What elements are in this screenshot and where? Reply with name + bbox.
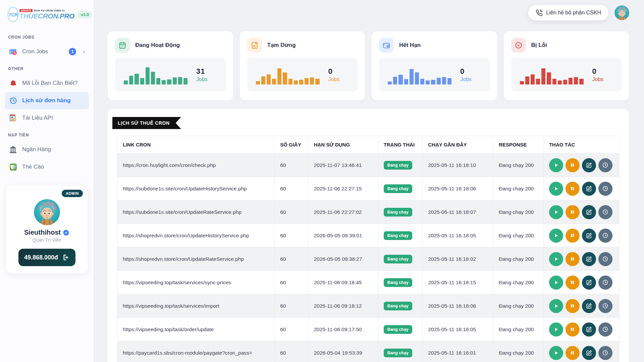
pause-icon: [570, 327, 575, 332]
stat-mini-bar-chart: [520, 65, 584, 84]
mini-bar: [420, 79, 424, 84]
nav-section-label: OTHER: [5, 60, 89, 74]
play-button[interactable]: [549, 276, 563, 290]
balance-amount: 49.868.000đ: [24, 254, 58, 261]
stat-unit-label: Jobs: [592, 76, 604, 82]
version-badge: v3.0: [77, 11, 92, 18]
clock-icon: [602, 303, 608, 309]
cell-actions: [543, 247, 619, 271]
row-actions: [549, 252, 614, 266]
edit-button[interactable]: [582, 182, 596, 196]
mini-bar: [574, 77, 578, 84]
brand-abbr: TCR: [7, 7, 19, 22]
stat-card: Bị Lỗi 0 Jobs: [503, 31, 630, 101]
app-root: TCR SERVICE DỊCH VỤ CRON-JOBS #1 THUECRO…: [0, 0, 644, 362]
sidebar-item-bank[interactable]: Ngân Hàng: [5, 141, 89, 158]
sidebar-item-scratch-card[interactable]: Thẻ Cào: [5, 158, 89, 176]
cell-last-run: 2025-05-11 16:18:02: [423, 247, 493, 271]
edit-button[interactable]: [582, 205, 596, 219]
brand-tagline: DỊCH VỤ CRON-JOBS #1: [34, 9, 65, 12]
cell-status: Đang chạy: [378, 318, 423, 341]
edit-button[interactable]: [582, 158, 596, 172]
support-button[interactable]: Liên hệ bộ phận CSKH: [528, 5, 608, 20]
play-icon: [553, 350, 559, 356]
mini-bar: [431, 80, 435, 84]
history-button[interactable]: [598, 299, 612, 313]
balance-logout-button[interactable]: 49.868.000đ: [18, 249, 75, 266]
play-button[interactable]: [549, 252, 563, 266]
cell-last-run: 2025-05-11 16:18:01: [423, 341, 493, 362]
topbar: Liên hệ bộ phận CSKH: [107, 0, 629, 25]
cell-expires: 2025-11-06 09:18:12: [308, 294, 378, 318]
play-button[interactable]: [549, 158, 563, 172]
mini-bar: [299, 80, 303, 85]
pause-button[interactable]: [566, 299, 580, 313]
history-button[interactable]: [598, 158, 612, 172]
pause-button[interactable]: [566, 346, 580, 360]
nav-section-label: NẠP TIỀN: [5, 127, 89, 141]
brand-logo[interactable]: TCR SERVICE DỊCH VỤ CRON-JOBS #1 THUECRO…: [5, 5, 89, 29]
stats-row: Đang Hoạt Động 31 Jobs Tạm Dừng 0 Jobs H…: [107, 31, 629, 101]
pause-button[interactable]: [566, 158, 580, 172]
sidebar-item-cron-jobs[interactable]: Cron Jobs 1›: [5, 43, 89, 60]
sidebar-item-order-history[interactable]: Lịch sử đơn hàng: [5, 92, 89, 109]
mini-bar: [393, 77, 397, 84]
pause-button[interactable]: [566, 252, 580, 266]
pause-button[interactable]: [566, 322, 580, 337]
clock-icon: [602, 185, 608, 192]
cell-link: https://vipseeding.top/task/order/update: [117, 318, 275, 341]
edit-button[interactable]: [582, 252, 596, 266]
mini-bar: [129, 76, 133, 84]
edit-button[interactable]: [582, 322, 596, 337]
edit-icon: [586, 303, 592, 309]
sidebar-item-error-codes[interactable]: !!! Mã Lỗi Bạn Cần Biết?: [5, 74, 89, 92]
history-button[interactable]: [598, 205, 612, 219]
cell-response: Đang chạy 200: [493, 200, 544, 224]
mini-bar: [261, 76, 265, 84]
user-name: Sieuthihost: [24, 229, 61, 236]
edit-button[interactable]: [582, 229, 596, 243]
edit-icon: [586, 256, 592, 262]
edit-button[interactable]: [582, 346, 596, 360]
history-button[interactable]: [598, 346, 612, 360]
history-button[interactable]: [598, 322, 612, 337]
history-button[interactable]: [598, 252, 612, 266]
history-button[interactable]: [598, 229, 612, 243]
history-button[interactable]: [598, 276, 612, 290]
mini-bar: [315, 79, 319, 84]
cell-expires: 2025-11-06 09:18:45: [308, 271, 378, 294]
pause-button[interactable]: [566, 276, 580, 290]
pause-icon: [570, 233, 575, 238]
play-button[interactable]: [549, 299, 563, 313]
sidebar-item-label: Cron Jobs: [22, 48, 48, 55]
cell-status: Đang chạy: [378, 294, 423, 318]
play-button[interactable]: [549, 322, 563, 337]
mini-bar: [536, 79, 540, 84]
mini-bar: [135, 74, 139, 84]
notification-badge: 1: [69, 48, 76, 55]
mini-bar: [525, 76, 529, 84]
mini-bar: [426, 80, 430, 84]
play-button[interactable]: [549, 205, 563, 219]
stat-mini-bar-chart: [256, 65, 320, 84]
pause-button[interactable]: [566, 205, 580, 219]
edit-button[interactable]: [582, 299, 596, 313]
avatar: [34, 199, 60, 225]
play-icon: [553, 233, 559, 238]
pause-button[interactable]: [566, 182, 580, 196]
order-history-icon: [9, 96, 17, 105]
mini-bar: [173, 77, 177, 84]
cell-seconds: 60: [275, 200, 308, 224]
pause-button[interactable]: [566, 229, 580, 243]
edit-button[interactable]: [582, 276, 596, 290]
play-button[interactable]: [549, 229, 563, 243]
topbar-avatar[interactable]: [614, 5, 629, 20]
play-button[interactable]: [549, 182, 563, 196]
stat-card: Tạm Dừng 0 Jobs: [239, 31, 366, 101]
play-button[interactable]: [549, 346, 563, 360]
stat-value: 0: [592, 67, 604, 76]
history-button[interactable]: [598, 182, 612, 196]
status-badge: Đang chạy: [384, 349, 412, 357]
chevron-right-icon: ›: [83, 48, 85, 55]
sidebar-item-api-docs[interactable]: API Tài Liệu API: [5, 109, 89, 127]
